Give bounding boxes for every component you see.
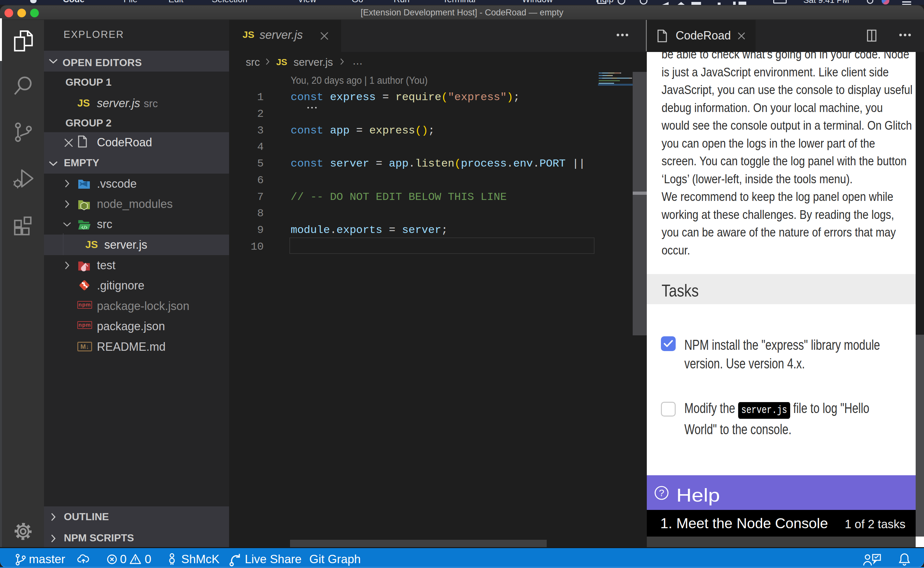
svg-text:?: ? <box>659 488 665 498</box>
